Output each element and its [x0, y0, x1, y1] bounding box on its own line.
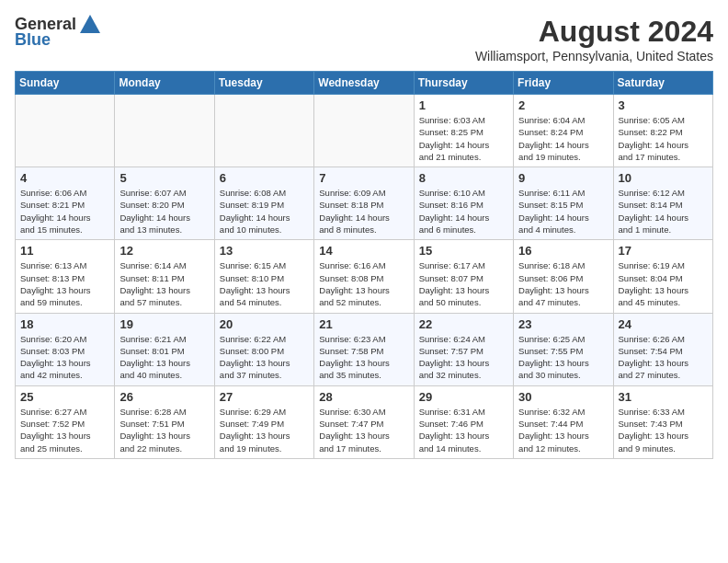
- day-header-friday: Friday: [514, 72, 613, 95]
- day-info: Sunrise: 6:20 AM Sunset: 8:03 PM Dayligh…: [20, 333, 109, 382]
- calendar-cell: [214, 95, 313, 167]
- logo: General Blue: [15, 15, 100, 50]
- day-info: Sunrise: 6:13 AM Sunset: 8:13 PM Dayligh…: [20, 259, 109, 308]
- calendar-cell: [314, 95, 414, 167]
- calendar-cell: 29Sunrise: 6:31 AM Sunset: 7:46 PM Dayli…: [414, 385, 513, 458]
- calendar-cell: 16Sunrise: 6:18 AM Sunset: 8:06 PM Dayli…: [514, 240, 613, 313]
- day-info: Sunrise: 6:10 AM Sunset: 8:16 PM Dayligh…: [419, 187, 508, 236]
- day-info: Sunrise: 6:25 AM Sunset: 7:55 PM Dayligh…: [518, 333, 608, 382]
- page-header: General Blue August 2024 Williamsport, P…: [15, 15, 713, 63]
- day-number: 29: [419, 390, 508, 404]
- svg-marker-0: [80, 15, 100, 33]
- day-info: Sunrise: 6:18 AM Sunset: 8:06 PM Dayligh…: [518, 259, 608, 308]
- logo-blue-text: Blue: [15, 30, 51, 50]
- day-number: 27: [220, 390, 309, 404]
- day-info: Sunrise: 6:33 AM Sunset: 7:43 PM Dayligh…: [619, 406, 708, 454]
- calendar-cell: 13Sunrise: 6:15 AM Sunset: 8:10 PM Dayli…: [214, 240, 313, 313]
- day-header-saturday: Saturday: [613, 72, 712, 95]
- day-info: Sunrise: 6:07 AM Sunset: 8:20 PM Dayligh…: [119, 187, 209, 236]
- day-info: Sunrise: 6:05 AM Sunset: 8:22 PM Dayligh…: [619, 114, 708, 163]
- day-header-wednesday: Wednesday: [314, 72, 414, 95]
- day-info: Sunrise: 6:09 AM Sunset: 8:18 PM Dayligh…: [319, 187, 408, 236]
- header-row: SundayMondayTuesdayWednesdayThursdayFrid…: [16, 72, 713, 95]
- day-number: 24: [619, 317, 708, 331]
- calendar-header: SundayMondayTuesdayWednesdayThursdayFrid…: [16, 72, 713, 95]
- calendar-table: SundayMondayTuesdayWednesdayThursdayFrid…: [15, 71, 713, 459]
- day-number: 4: [20, 171, 109, 185]
- calendar-cell: 12Sunrise: 6:14 AM Sunset: 8:11 PM Dayli…: [115, 240, 214, 313]
- day-number: 16: [518, 244, 608, 258]
- calendar-week-2: 4Sunrise: 6:06 AM Sunset: 8:21 PM Daylig…: [16, 167, 713, 240]
- day-info: Sunrise: 6:15 AM Sunset: 8:10 PM Dayligh…: [220, 259, 309, 308]
- calendar-cell: 20Sunrise: 6:22 AM Sunset: 8:00 PM Dayli…: [214, 313, 313, 385]
- calendar-cell: 11Sunrise: 6:13 AM Sunset: 8:13 PM Dayli…: [16, 240, 115, 313]
- calendar-cell: 10Sunrise: 6:12 AM Sunset: 8:14 PM Dayli…: [613, 167, 712, 240]
- day-number: 28: [319, 390, 408, 404]
- day-number: 3: [619, 98, 708, 112]
- calendar-cell: [115, 95, 214, 167]
- calendar-cell: 31Sunrise: 6:33 AM Sunset: 7:43 PM Dayli…: [613, 385, 712, 458]
- day-number: 17: [619, 244, 708, 258]
- location-text: Williamsport, Pennsylvania, United State…: [475, 49, 713, 63]
- day-number: 14: [319, 244, 408, 258]
- day-number: 13: [220, 244, 309, 258]
- day-number: 18: [20, 317, 109, 331]
- day-info: Sunrise: 6:16 AM Sunset: 8:08 PM Dayligh…: [319, 259, 408, 308]
- calendar-cell: 18Sunrise: 6:20 AM Sunset: 8:03 PM Dayli…: [16, 313, 115, 385]
- day-header-tuesday: Tuesday: [214, 72, 313, 95]
- day-info: Sunrise: 6:17 AM Sunset: 8:07 PM Dayligh…: [419, 259, 508, 308]
- day-number: 19: [119, 317, 209, 331]
- calendar-cell: 24Sunrise: 6:26 AM Sunset: 7:54 PM Dayli…: [613, 313, 712, 385]
- calendar-cell: 23Sunrise: 6:25 AM Sunset: 7:55 PM Dayli…: [514, 313, 613, 385]
- day-info: Sunrise: 6:24 AM Sunset: 7:57 PM Dayligh…: [419, 333, 508, 382]
- calendar-cell: 15Sunrise: 6:17 AM Sunset: 8:07 PM Dayli…: [414, 240, 513, 313]
- day-info: Sunrise: 6:08 AM Sunset: 8:19 PM Dayligh…: [220, 187, 309, 236]
- day-number: 6: [220, 171, 309, 185]
- day-number: 12: [119, 244, 209, 258]
- day-number: 10: [619, 171, 708, 185]
- day-info: Sunrise: 6:23 AM Sunset: 7:58 PM Dayligh…: [319, 333, 408, 382]
- calendar-cell: 19Sunrise: 6:21 AM Sunset: 8:01 PM Dayli…: [115, 313, 214, 385]
- calendar-week-1: 1Sunrise: 6:03 AM Sunset: 8:25 PM Daylig…: [16, 95, 713, 167]
- calendar-cell: 3Sunrise: 6:05 AM Sunset: 8:22 PM Daylig…: [613, 95, 712, 167]
- calendar-cell: 5Sunrise: 6:07 AM Sunset: 8:20 PM Daylig…: [115, 167, 214, 240]
- calendar-cell: 17Sunrise: 6:19 AM Sunset: 8:04 PM Dayli…: [613, 240, 712, 313]
- day-number: 1: [419, 98, 508, 112]
- day-info: Sunrise: 6:03 AM Sunset: 8:25 PM Dayligh…: [419, 114, 508, 163]
- logo-icon: [80, 15, 100, 33]
- calendar-week-3: 11Sunrise: 6:13 AM Sunset: 8:13 PM Dayli…: [16, 240, 713, 313]
- day-number: 23: [518, 317, 608, 331]
- calendar-cell: [16, 95, 115, 167]
- calendar-cell: 2Sunrise: 6:04 AM Sunset: 8:24 PM Daylig…: [514, 95, 613, 167]
- day-info: Sunrise: 6:11 AM Sunset: 8:15 PM Dayligh…: [518, 187, 608, 236]
- day-info: Sunrise: 6:04 AM Sunset: 8:24 PM Dayligh…: [518, 114, 608, 163]
- calendar-cell: 9Sunrise: 6:11 AM Sunset: 8:15 PM Daylig…: [514, 167, 613, 240]
- day-number: 31: [619, 390, 708, 404]
- day-header-monday: Monday: [115, 72, 214, 95]
- day-header-thursday: Thursday: [414, 72, 513, 95]
- day-number: 11: [20, 244, 109, 258]
- day-number: 20: [220, 317, 309, 331]
- day-info: Sunrise: 6:31 AM Sunset: 7:46 PM Dayligh…: [419, 406, 508, 454]
- day-info: Sunrise: 6:29 AM Sunset: 7:49 PM Dayligh…: [220, 406, 309, 454]
- calendar-cell: 25Sunrise: 6:27 AM Sunset: 7:52 PM Dayli…: [16, 385, 115, 458]
- calendar-cell: 7Sunrise: 6:09 AM Sunset: 8:18 PM Daylig…: [314, 167, 414, 240]
- day-info: Sunrise: 6:06 AM Sunset: 8:21 PM Dayligh…: [20, 187, 109, 236]
- calendar-cell: 4Sunrise: 6:06 AM Sunset: 8:21 PM Daylig…: [16, 167, 115, 240]
- calendar-week-5: 25Sunrise: 6:27 AM Sunset: 7:52 PM Dayli…: [16, 385, 713, 458]
- day-number: 5: [119, 171, 209, 185]
- day-number: 25: [20, 390, 109, 404]
- day-number: 30: [518, 390, 608, 404]
- calendar-cell: 22Sunrise: 6:24 AM Sunset: 7:57 PM Dayli…: [414, 313, 513, 385]
- month-title: August 2024: [475, 15, 713, 49]
- calendar-body: 1Sunrise: 6:03 AM Sunset: 8:25 PM Daylig…: [16, 95, 713, 459]
- calendar-cell: 6Sunrise: 6:08 AM Sunset: 8:19 PM Daylig…: [214, 167, 313, 240]
- day-info: Sunrise: 6:28 AM Sunset: 7:51 PM Dayligh…: [119, 406, 209, 454]
- title-area: August 2024 Williamsport, Pennsylvania, …: [475, 15, 713, 63]
- day-number: 9: [518, 171, 608, 185]
- day-number: 21: [319, 317, 408, 331]
- calendar-cell: 21Sunrise: 6:23 AM Sunset: 7:58 PM Dayli…: [314, 313, 414, 385]
- day-number: 2: [518, 98, 608, 112]
- day-info: Sunrise: 6:27 AM Sunset: 7:52 PM Dayligh…: [20, 406, 109, 454]
- calendar-cell: 1Sunrise: 6:03 AM Sunset: 8:25 PM Daylig…: [414, 95, 513, 167]
